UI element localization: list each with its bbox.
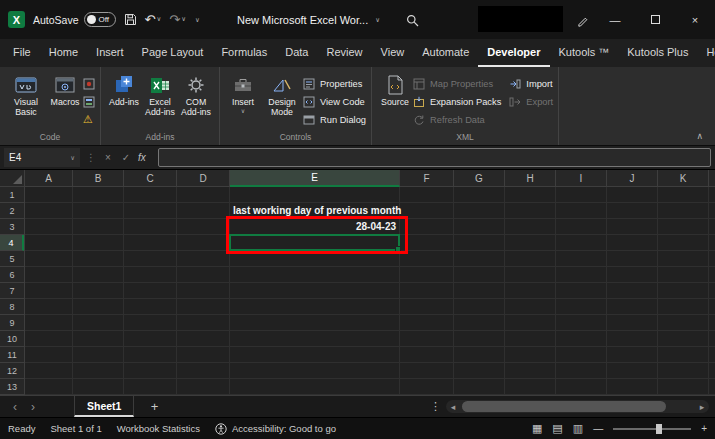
export-button[interactable]: Export [509,94,553,109]
maximize-button[interactable] [635,0,675,39]
minimize-button[interactable]: — [595,0,635,39]
tab-help[interactable]: Help [697,39,715,67]
properties-button[interactable]: Properties [303,76,366,91]
column-header-j[interactable]: J [607,170,658,187]
relative-references-button[interactable] [83,94,95,109]
record-macro-button[interactable] [83,76,95,91]
autosave-switch[interactable]: Off [84,12,116,27]
row-header-12[interactable]: 12 [0,363,24,379]
macros-button[interactable]: Macros [47,71,83,107]
row-header-3[interactable]: 3 [0,219,24,235]
horizontal-scrollbar[interactable]: ◂ ▸ [446,400,709,413]
source-button[interactable]: Source [377,71,413,107]
scroll-right-icon[interactable]: ▸ [695,402,709,412]
column-header-b[interactable]: B [73,170,124,187]
save-button[interactable] [124,13,137,26]
addins-button[interactable]: Add-ins [106,71,142,107]
search-button[interactable] [406,13,419,31]
zoom-slider-thumb[interactable] [656,424,662,434]
undo-caret-icon[interactable]: ∨ [156,16,161,23]
name-box-caret-icon[interactable]: ∨ [70,154,75,162]
run-dialog-button[interactable]: Run Dialog [303,112,366,127]
tab-automate[interactable]: Automate [413,39,478,67]
sheet-tab-sheet1[interactable]: Sheet1 [74,396,134,417]
zoom-in-button[interactable]: + [701,423,707,434]
pen-button[interactable] [577,13,589,31]
select-all-corner[interactable] [0,170,25,187]
title-caret-icon[interactable]: ∨ [375,16,380,24]
row-header-5[interactable]: 5 [0,251,24,267]
tab-view[interactable]: View [372,39,414,67]
sheet-tab-options-icon[interactable]: ⋮ [430,400,441,413]
workbook-statistics-button[interactable]: Workbook Statistics [117,423,200,434]
column-header-e[interactable]: E [230,170,400,187]
spreadsheet-grid[interactable]: last working day of previous month 28-04… [25,187,715,395]
row-header-10[interactable]: 10 [0,331,24,347]
tab-insert[interactable]: Insert [87,39,133,67]
zoom-out-button[interactable]: — [593,423,603,434]
row-header-11[interactable]: 11 [0,347,24,363]
row-header-6[interactable]: 6 [0,267,24,283]
column-header-k[interactable]: K [658,170,709,187]
insert-function-button[interactable]: fx [138,152,152,163]
view-page-break-icon[interactable]: ▥ [573,423,583,434]
tab-kutools-plus[interactable]: Kutools Plus [618,39,697,67]
refresh-data-button[interactable]: Refresh Data [413,112,501,127]
scrollbar-thumb[interactable] [462,401,666,412]
sheet-nav-right-icon[interactable]: › [24,400,42,414]
tab-developer[interactable]: Developer [478,39,549,67]
scrollbar-track[interactable] [460,400,695,413]
view-code-button[interactable]: View Code [303,94,366,109]
view-normal-icon[interactable]: ▦ [532,423,542,434]
document-title-area[interactable]: New Microsoft Excel Wor... ∨ [237,0,380,39]
formula-bar-grip-icon[interactable]: ⋮ [86,152,96,163]
sheet-nav-left-icon[interactable]: ‹ [6,400,24,414]
tab-file[interactable]: File [4,39,40,67]
column-header-a[interactable]: A [25,170,73,187]
row-header-4[interactable]: 4 [0,235,24,251]
row-header-8[interactable]: 8 [0,299,24,315]
tab-review[interactable]: Review [317,39,371,67]
column-header-i[interactable]: I [556,170,607,187]
com-addins-button[interactable]: COM Add-ins [178,71,214,117]
macro-security-button[interactable]: ⚠ [83,112,95,127]
column-header-h[interactable]: H [505,170,556,187]
column-header-g[interactable]: G [454,170,505,187]
tab-data[interactable]: Data [276,39,317,67]
zoom-slider[interactable] [613,423,691,435]
undo-button[interactable]: ↶ ∨ [145,13,162,26]
row-header-7[interactable]: 7 [0,283,24,299]
design-mode-button[interactable]: Design Mode [261,71,303,117]
redo-caret-icon[interactable]: ∨ [181,16,186,23]
tab-kutools[interactable]: Kutools ™ [550,39,619,67]
tab-page-layout[interactable]: Page Layout [133,39,213,67]
tab-home[interactable]: Home [40,39,87,67]
scroll-left-icon[interactable]: ◂ [446,402,460,412]
map-properties-button[interactable]: Map Properties [413,76,501,91]
name-box[interactable]: E4 ∨ [4,148,80,167]
tab-formulas[interactable]: Formulas [212,39,276,67]
column-header-c[interactable]: C [124,170,177,187]
import-button[interactable]: Import [509,76,553,91]
expansion-packs-button[interactable]: Expansion Packs [413,94,501,109]
view-page-layout-icon[interactable]: ▤ [552,423,562,434]
accessibility-status[interactable]: Accessibility: Good to go [215,423,336,435]
collapse-ribbon-icon[interactable]: ∧ [696,131,703,141]
row-header-2[interactable]: 2 [0,203,24,219]
excel-addins-button[interactable]: Excel Add-ins [142,71,178,117]
redo-button[interactable]: ↷ ∨ [169,13,186,26]
column-header-d[interactable]: D [177,170,230,187]
cancel-entry-button[interactable]: × [102,152,114,163]
add-sheet-button[interactable]: + [146,399,162,414]
customize-qat-caret-icon[interactable]: ∨ [195,16,200,24]
confirm-entry-button[interactable]: ✓ [120,152,132,163]
close-button[interactable]: × [675,0,715,39]
row-header-9[interactable]: 9 [0,315,24,331]
column-header-f[interactable]: F [400,170,454,187]
row-header-13[interactable]: 13 [0,379,24,395]
formula-input[interactable] [158,148,711,167]
visual-basic-button[interactable]: Visual Basic [5,71,47,117]
autosave-toggle[interactable]: AutoSave Off [33,12,116,27]
row-header-1[interactable]: 1 [0,187,24,203]
insert-control-button[interactable]: Insert ∨ [225,71,261,115]
